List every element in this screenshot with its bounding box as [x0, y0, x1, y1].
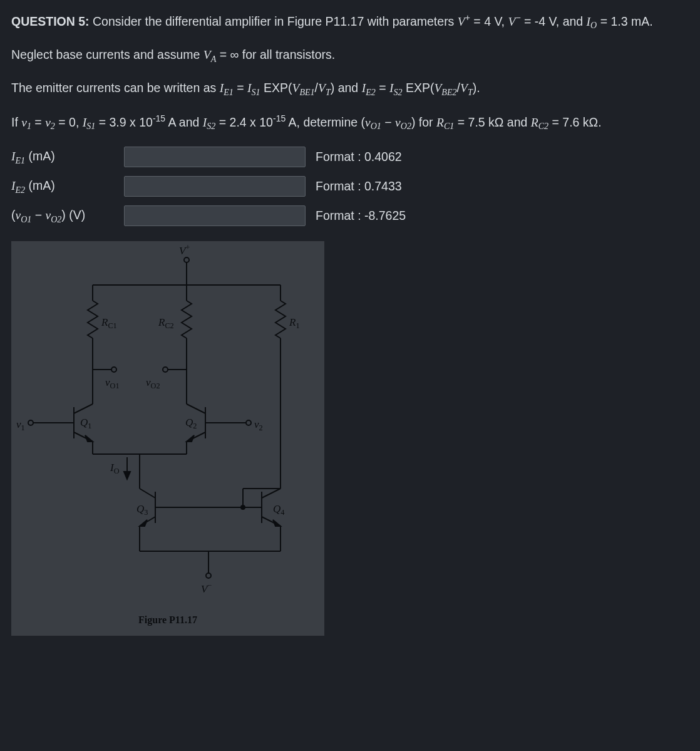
figure-caption: Figure P11.17: [11, 613, 324, 627]
svg-point-20: [28, 420, 33, 425]
svg-point-49: [206, 573, 211, 578]
svg-point-11: [163, 367, 168, 372]
answer-label-vdiff: (vO1 − vO2) (V): [11, 206, 118, 225]
svg-marker-18: [85, 435, 93, 442]
answer-format-vdiff: Format : -8.7625: [312, 207, 689, 224]
answer-input-vdiff[interactable]: [124, 205, 306, 226]
svg-marker-36: [140, 520, 147, 526]
svg-line-22: [187, 404, 205, 413]
answer-input-ie1[interactable]: [124, 147, 306, 167]
svg-line-39: [262, 489, 281, 498]
svg-marker-41: [273, 520, 281, 526]
question-intro: QUESTION 5: Consider the differential am…: [11, 11, 689, 32]
circuit-diagram-icon: [11, 241, 324, 636]
svg-marker-32: [124, 472, 130, 479]
question-heading: QUESTION 5:: [11, 14, 90, 28]
question-assumption: Neglect base currents and assume VA = ∞ …: [11, 46, 689, 65]
svg-line-16: [74, 404, 93, 413]
answer-input-ie2[interactable]: [124, 176, 306, 197]
answer-label-ie2: IE2 (mA): [11, 177, 118, 196]
svg-line-34: [140, 489, 155, 498]
svg-marker-24: [187, 435, 194, 442]
svg-point-44: [241, 505, 245, 509]
answer-format-ie1: Format : 0.4062: [312, 148, 689, 165]
answer-label-ie1: IE1 (mA): [11, 147, 118, 167]
question-values: If v1 = v2 = 0, IS1 = 3.9 x 10-15 A and …: [11, 112, 689, 133]
figure-p11-17: V+ RC1 RC2 R1 vO1 vO2 v1 v2 Q1 Q2 IO Q3 …: [11, 241, 324, 636]
answer-format-ie2: Format : 0.7433: [312, 177, 689, 195]
question-equations: The emitter currents can be written as I…: [11, 79, 689, 98]
svg-point-26: [246, 420, 251, 425]
answer-grid: IE1 (mA) Format : 0.4062 IE2 (mA) Format…: [11, 147, 689, 226]
svg-point-6: [111, 367, 116, 372]
